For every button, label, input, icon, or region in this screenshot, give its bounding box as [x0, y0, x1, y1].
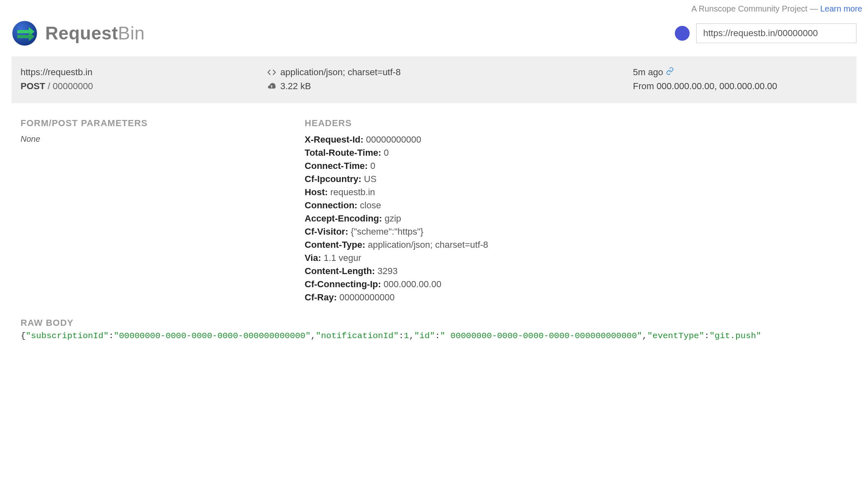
header-value: close	[360, 200, 381, 210]
content-type: application/json; charset=utf-8	[280, 65, 401, 79]
header-value: 1.1 vegur	[323, 253, 361, 263]
header-value: requestb.in	[330, 187, 375, 197]
request-host: https://requestb.in	[21, 65, 259, 79]
cloud-upload-icon	[267, 82, 276, 91]
header-row: Host: requestb.in	[305, 187, 856, 198]
header-row: Accept-Encoding: gzip	[305, 213, 856, 224]
summary-middle: application/json; charset=utf-8 3.22 kB	[267, 65, 625, 93]
header-row: Connect-Time: 0	[305, 161, 856, 171]
header-row: Cf-Connecting-Ip: 000.000.00.00	[305, 279, 856, 290]
time-ago-row: 5m ago	[633, 65, 847, 79]
header-name: Content-Length:	[305, 266, 377, 276]
request-summary: https://requestb.in POST / 00000000 appl…	[12, 56, 856, 103]
status-indicator-icon	[675, 26, 690, 41]
brand-title: RequestBin	[45, 23, 145, 44]
header-row: Via: 1.1 vegur	[305, 253, 856, 263]
raw-body-title: RAW BODY	[21, 318, 856, 328]
requestbin-logo-icon	[12, 20, 38, 46]
header-name: Cf-Connecting-Ip:	[305, 279, 383, 289]
header-name: Content-Type:	[305, 240, 368, 250]
size-row: 3.22 kB	[267, 79, 625, 93]
from-label: From	[633, 81, 654, 91]
time-ago: 5m ago	[633, 67, 663, 77]
headers-list: X-Request-Id: 00000000000Total-Route-Tim…	[305, 134, 856, 303]
brand-title-light: Bin	[118, 23, 145, 43]
permalink-icon[interactable]	[666, 67, 674, 77]
header: RequestBin	[0, 18, 868, 56]
header-name: Via:	[305, 253, 323, 263]
header-value: US	[364, 174, 377, 184]
raw-body-scroll[interactable]: {"subscriptionId":"00000000-0000-0000-00…	[21, 331, 856, 343]
request-method-path: POST / 00000000	[21, 79, 259, 93]
header-name: Accept-Encoding:	[305, 213, 384, 224]
header-value: 000.000.00.00	[383, 279, 441, 289]
request-path: / 00000000	[48, 81, 93, 91]
content-type-row: application/json; charset=utf-8	[267, 65, 625, 79]
banner-text: A Runscope Community Project —	[691, 4, 820, 13]
header-name: Connect-Time:	[305, 161, 370, 171]
form-params-section: FORM/POST PARAMETERS None	[21, 118, 296, 305]
brand-title-bold: Request	[45, 23, 118, 43]
header-row: Connection: close	[305, 200, 856, 211]
from-row: From 000.000.00.00, 000.000.00.00	[633, 79, 847, 93]
summary-left: https://requestb.in POST / 00000000	[21, 65, 259, 93]
header-value: 00000000000	[366, 134, 421, 145]
header-name: Cf-Ipcountry:	[305, 174, 364, 184]
code-icon	[267, 68, 276, 77]
header-value: 0	[370, 161, 375, 171]
request-size: 3.22 kB	[280, 79, 311, 93]
header-row: Content-Type: application/json; charset=…	[305, 240, 856, 250]
header-name: Host:	[305, 187, 330, 197]
request-method: POST	[21, 81, 45, 91]
header-value: {"scheme":"https"}	[351, 226, 423, 237]
header-row: Total-Route-Time: 0	[305, 148, 856, 158]
header-name: Total-Route-Time:	[305, 148, 383, 158]
header-row: Cf-Ipcountry: US	[305, 174, 856, 184]
learn-more-link[interactable]: Learn more	[820, 4, 862, 13]
header-row: X-Request-Id: 00000000000	[305, 134, 856, 145]
header-row: Cf-Ray: 00000000000	[305, 292, 856, 303]
header-name: Cf-Visitor:	[305, 226, 351, 237]
header-name: Connection:	[305, 200, 360, 210]
from-ips: 000.000.00.00, 000.000.00.00	[656, 81, 777, 91]
header-right	[675, 23, 856, 43]
header-value: application/json; charset=utf-8	[368, 240, 488, 250]
header-value: gzip	[385, 213, 401, 224]
brand: RequestBin	[12, 20, 145, 46]
form-params-title: FORM/POST PARAMETERS	[21, 118, 296, 129]
headers-section: HEADERS X-Request-Id: 00000000000Total-R…	[305, 118, 856, 305]
community-banner: A Runscope Community Project — Learn mor…	[0, 0, 868, 18]
raw-body: {"subscriptionId":"00000000-0000-0000-00…	[21, 331, 856, 341]
header-value: 00000000000	[339, 292, 395, 302]
bin-url-input[interactable]	[696, 23, 856, 43]
header-name: Cf-Ray:	[305, 292, 339, 302]
header-value: 3293	[378, 266, 398, 276]
headers-title: HEADERS	[305, 118, 856, 129]
summary-right: 5m ago From 000.000.00.00, 000.000.00.00	[633, 65, 847, 93]
details: FORM/POST PARAMETERS None HEADERS X-Requ…	[21, 118, 856, 305]
header-row: Cf-Visitor: {"scheme":"https"}	[305, 226, 856, 237]
header-row: Content-Length: 3293	[305, 266, 856, 277]
header-name: X-Request-Id:	[305, 134, 366, 145]
header-value: 0	[384, 148, 389, 158]
form-params-none: None	[21, 134, 296, 144]
